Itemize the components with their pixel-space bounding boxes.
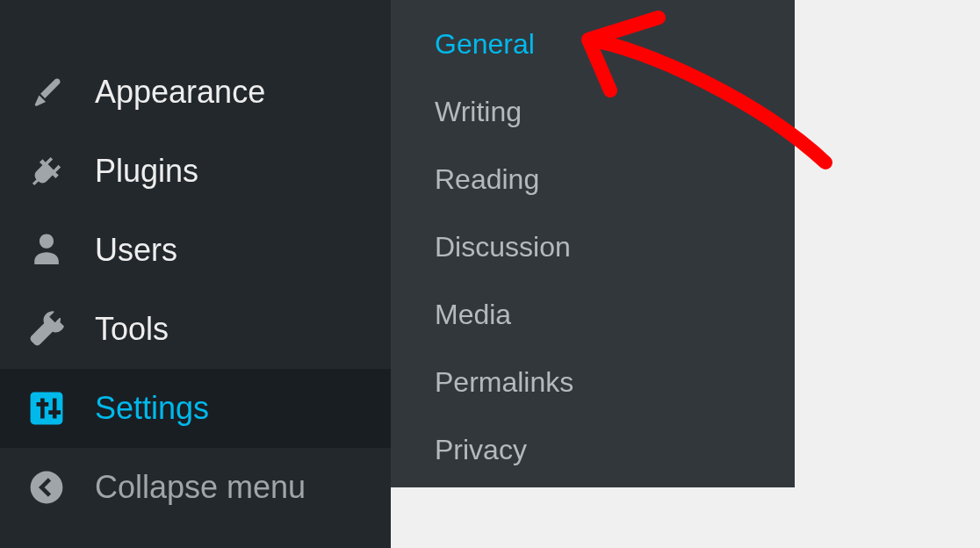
submenu-label: Reading — [435, 163, 539, 195]
collapse-menu-label: Collapse menu — [95, 469, 306, 506]
sidebar-item-tools[interactable]: Tools — [0, 290, 391, 369]
sidebar-item-appearance[interactable]: Appearance — [0, 53, 391, 132]
plug-icon — [26, 151, 67, 191]
sidebar-item-settings[interactable]: Settings — [0, 369, 391, 448]
sidebar-item-label: Plugins — [95, 153, 198, 190]
submenu-label: Permalinks — [435, 366, 573, 398]
sidebar-item-label: Tools — [95, 311, 169, 348]
submenu-item-privacy[interactable]: Privacy — [391, 416, 795, 484]
sidebar-item-plugins[interactable]: Plugins — [0, 132, 391, 211]
submenu-item-discussion[interactable]: Discussion — [391, 213, 795, 281]
submenu-item-writing[interactable]: Writing — [391, 78, 795, 146]
collapse-icon — [26, 467, 67, 508]
submenu-item-permalinks[interactable]: Permalinks — [391, 349, 795, 416]
sidebar-item-label: Users — [95, 232, 177, 269]
submenu-item-media[interactable]: Media — [391, 281, 795, 349]
submenu-label: General — [435, 28, 535, 60]
sidebar-item-users[interactable]: Users — [0, 211, 391, 290]
submenu-label: Writing — [435, 96, 522, 127]
sidebar-item-label: Appearance — [95, 74, 265, 111]
sliders-icon — [26, 388, 67, 429]
submenu-label: Media — [435, 299, 511, 330]
submenu-label: Discussion — [435, 231, 571, 263]
brush-icon — [26, 72, 67, 112]
submenu-item-reading[interactable]: Reading — [391, 146, 795, 213]
wrench-icon — [26, 309, 67, 350]
submenu-item-general[interactable]: General — [391, 11, 795, 78]
sidebar-item-label: Settings — [95, 390, 209, 427]
admin-sidebar: Appearance Plugins Users Tools Settings … — [0, 0, 391, 548]
svg-point-0 — [31, 472, 63, 504]
settings-submenu: General Writing Reading Discussion Media… — [391, 0, 795, 487]
submenu-label: Privacy — [435, 434, 527, 465]
collapse-menu-button[interactable]: Collapse menu — [0, 448, 391, 527]
user-icon — [26, 230, 67, 270]
